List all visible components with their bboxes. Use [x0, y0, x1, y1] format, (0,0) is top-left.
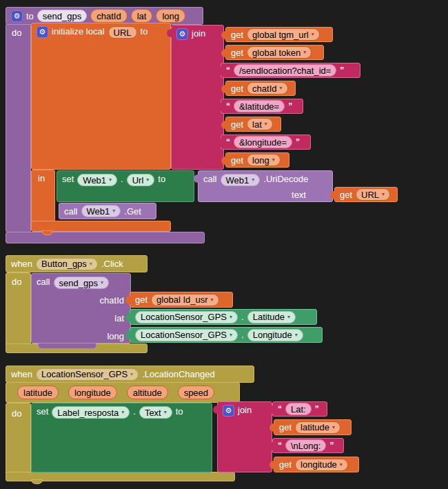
property-dropdown[interactable]: Latitude▾	[247, 311, 296, 323]
variable-dropdown[interactable]: global tgm_url▾	[247, 28, 320, 41]
get-variable-block[interactable]: get latitude▾	[274, 419, 352, 435]
procedure-dropdown[interactable]: send_gps▾	[54, 277, 109, 289]
param-badge[interactable]: latitude	[17, 386, 59, 399]
mutator-gear-icon[interactable]: ⚙	[37, 26, 48, 38]
when-button-click-block[interactable]: when Button_gps▾ .Click	[6, 255, 147, 272]
text-string-block[interactable]: “ &latitude= ”	[221, 99, 303, 114]
component-dropdown[interactable]: LocationSensor_GPS▾	[36, 368, 139, 381]
param-badge[interactable]: longitude	[68, 386, 117, 399]
component-name: LocationSensor_GPS	[41, 369, 128, 379]
get-variable-block[interactable]: get long▾	[225, 152, 289, 168]
text-string-block[interactable]: “ /sendlocation?chat_id= ”	[221, 63, 360, 78]
component-name: LocationSensor_GPS	[141, 330, 227, 340]
dropdown-icon: ▾	[230, 315, 232, 320]
mutator-gear-icon[interactable]: ⚙	[11, 10, 23, 22]
component-dropdown[interactable]: LocationSensor_GPS▾	[135, 329, 238, 341]
variable-dropdown[interactable]: global Id_usr▾	[151, 294, 218, 306]
to-keyword: to	[141, 26, 148, 37]
local-var-name-field[interactable]: URL	[108, 26, 137, 39]
statement-notch	[31, 479, 43, 484]
join-block[interactable]: ⚙ join	[217, 401, 272, 472]
get-keyword: get	[135, 295, 147, 305]
initialize-local-block[interactable]: ⚙ initialize local URL to	[31, 23, 171, 170]
component-dropdown[interactable]: Label_resposta▾	[52, 406, 130, 419]
string-value-field[interactable]: &longitude=	[234, 136, 292, 148]
call-web-get-block[interactable]: call Web1▾ .Get	[59, 203, 156, 219]
component-dropdown[interactable]: Web1▾	[77, 174, 117, 186]
variable-dropdown[interactable]: global token▾	[247, 46, 312, 59]
param-badge[interactable]: lat	[131, 9, 153, 23]
dropdown-icon: ▾	[90, 261, 92, 267]
dropdown-icon: ▾	[382, 192, 385, 197]
param-badge[interactable]: long	[156, 9, 185, 23]
component-dropdown[interactable]: Web1▾	[81, 205, 121, 217]
dropdown-icon: ▾	[287, 315, 290, 320]
procedure-name-field[interactable]: send_gps	[37, 10, 87, 22]
when-location-changed-block[interactable]: when LocationSensor_GPS▾ .LocationChange…	[6, 366, 254, 383]
component-name: Web1	[83, 175, 106, 186]
close-quote: ”	[340, 66, 344, 75]
get-variable-block[interactable]: get lat▾	[225, 117, 281, 132]
component-property-getter-block[interactable]: LocationSensor_GPS▾ . Latitude▾	[130, 309, 317, 325]
variable-dropdown[interactable]: latitude▾	[295, 421, 340, 434]
get-keyword: get	[279, 422, 292, 432]
property-name: Url	[132, 175, 144, 186]
string-value-field[interactable]: /sendlocation?chat_id=	[234, 64, 336, 77]
component-dropdown[interactable]: Button_gps▾	[36, 258, 98, 270]
variable-dropdown[interactable]: chatId▾	[247, 82, 287, 94]
close-quote: ”	[315, 404, 319, 414]
component-name: Web1	[226, 175, 250, 186]
call-send-gps-block[interactable]: call send_gps▾ chatId lat long	[31, 273, 131, 343]
variable-dropdown[interactable]: URL▾	[356, 188, 390, 201]
property-dropdown[interactable]: Url▾	[127, 174, 155, 186]
property-dropdown[interactable]: Text▾	[139, 406, 172, 419]
get-variable-block[interactable]: get global token▾	[225, 45, 324, 60]
dropdown-icon: ▾	[295, 332, 298, 338]
call-block-bottom-tab	[38, 343, 96, 349]
dropdown-icon: ▾	[164, 410, 167, 415]
variable-name: latitude	[301, 422, 329, 432]
get-variable-block[interactable]: get global Id_usr▾	[130, 292, 233, 308]
param-badge[interactable]: chatId	[90, 9, 127, 23]
variable-dropdown[interactable]: long▾	[247, 154, 281, 166]
blocks-canvas[interactable]: ⚙ to send_gps chatId lat long do ⚙ initi…	[0, 0, 448, 489]
dropdown-icon: ▾	[332, 425, 335, 430]
string-value-field[interactable]: Lat:	[285, 403, 312, 415]
param-badge[interactable]: speed	[178, 386, 214, 399]
get-keyword: get	[231, 48, 243, 58]
get-variable-block[interactable]: get chatId▾	[225, 81, 296, 96]
variable-name: lat	[252, 119, 262, 130]
string-value-field[interactable]: \nLong:	[285, 439, 326, 452]
join-block[interactable]: ⚙ join	[171, 25, 224, 170]
open-quote: “	[278, 404, 282, 414]
text-string-block[interactable]: “ \nLong: ”	[272, 438, 344, 453]
dropdown-icon: ▾	[340, 462, 343, 468]
open-quote: “	[226, 101, 230, 111]
component-dropdown[interactable]: Web1▾	[221, 174, 261, 186]
property-dropdown[interactable]: Longitude▾	[247, 329, 303, 341]
get-variable-block[interactable]: get URL▾	[334, 187, 398, 202]
get-variable-block[interactable]: get longitude▾	[274, 457, 359, 472]
call-keyword: call	[64, 206, 78, 217]
set-label-text-block[interactable]: set Label_resposta▾ . Text▾ to	[31, 403, 212, 472]
get-variable-block[interactable]: get global tgm_url▾	[225, 27, 333, 42]
variable-dropdown[interactable]: lat▾	[247, 118, 273, 130]
dropdown-icon: ▾	[130, 372, 133, 377]
get-keyword: get	[231, 119, 243, 130]
component-property-getter-block[interactable]: LocationSensor_GPS▾ . Longitude▾	[130, 327, 323, 343]
variable-dropdown[interactable]: longitude▾	[295, 459, 348, 471]
string-value-field[interactable]: &latitude=	[234, 100, 285, 112]
property-name: Text	[145, 408, 161, 418]
mutator-gear-icon[interactable]: ⚙	[223, 405, 234, 417]
text-string-block[interactable]: “ Lat: ”	[272, 401, 327, 417]
variable-name: global Id_usr	[156, 295, 207, 305]
initialize-local-keyword: initialize local	[52, 26, 105, 37]
variable-name: long	[252, 155, 269, 166]
mutator-gear-icon[interactable]: ⚙	[176, 28, 188, 40]
text-string-block[interactable]: “ &longitude= ”	[221, 134, 311, 150]
component-dropdown[interactable]: LocationSensor_GPS▾	[135, 311, 238, 323]
param-badge[interactable]: altitude	[127, 386, 168, 399]
call-uridecode-block[interactable]: call Web1▾ .UriDecode text	[198, 170, 333, 202]
set-web-url-block[interactable]: set Web1▾ . Url▾ to	[57, 170, 194, 202]
call-keyword: call	[37, 277, 50, 287]
